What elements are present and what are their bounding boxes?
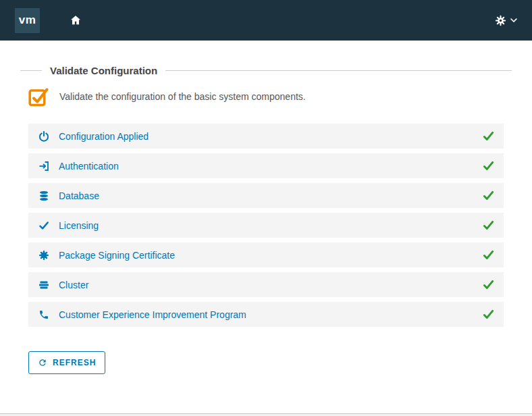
success-check-icon (483, 249, 494, 261)
orange-checkbox-icon (28, 86, 49, 107)
database-icon (38, 190, 50, 202)
check-label[interactable]: Licensing (59, 220, 99, 231)
certificate-icon (38, 249, 50, 261)
check-list: Configuration Applied Authentication Dat… (28, 124, 504, 327)
cluster-icon (38, 279, 50, 291)
check-label[interactable]: Authentication (59, 161, 119, 172)
success-check-icon (483, 190, 494, 201)
home-button[interactable] (70, 14, 82, 26)
phone-icon (38, 309, 50, 321)
success-check-icon (483, 219, 494, 231)
description-row: Validate the configuration of the basic … (28, 86, 504, 107)
page-title: Validate Configuration (50, 65, 157, 76)
page-description: Validate the configuration of the basic … (59, 91, 306, 102)
title-rule-left (20, 70, 42, 71)
home-icon (70, 14, 82, 26)
chevron-down-icon (510, 18, 517, 22)
check-label[interactable]: Customer Experience Improvement Program (59, 309, 246, 320)
check-row: Cluster (28, 272, 504, 297)
check-row: Database (28, 183, 504, 208)
section-header: Validate Configuration (20, 65, 512, 76)
success-check-icon (483, 279, 494, 290)
refresh-icon (38, 358, 47, 367)
check-icon (38, 219, 50, 232)
check-row: Customer Experience Improvement Program (28, 302, 504, 327)
settings-menu-button[interactable] (495, 15, 506, 26)
check-row: Licensing (28, 213, 504, 238)
check-row: Authentication (28, 153, 504, 178)
refresh-button[interactable]: REFRESH (28, 351, 105, 374)
success-check-icon (483, 309, 494, 320)
success-check-icon (483, 160, 494, 172)
check-label[interactable]: Package Signing Certificate (59, 250, 175, 261)
vmware-logo[interactable]: vm (15, 8, 40, 33)
refresh-button-label: REFRESH (53, 358, 96, 367)
check-label[interactable]: Cluster (59, 280, 88, 290)
title-rule-right (165, 70, 512, 71)
check-row: Package Signing Certificate (28, 242, 504, 267)
footer-divider (0, 413, 532, 416)
power-icon (38, 130, 50, 142)
check-label[interactable]: Database (59, 190, 99, 201)
check-label[interactable]: Configuration Applied (59, 131, 149, 142)
top-nav: vm (0, 0, 532, 41)
gear-icon (495, 15, 506, 26)
success-check-icon (483, 130, 494, 142)
login-icon (38, 160, 50, 172)
check-row: Configuration Applied (28, 124, 504, 149)
